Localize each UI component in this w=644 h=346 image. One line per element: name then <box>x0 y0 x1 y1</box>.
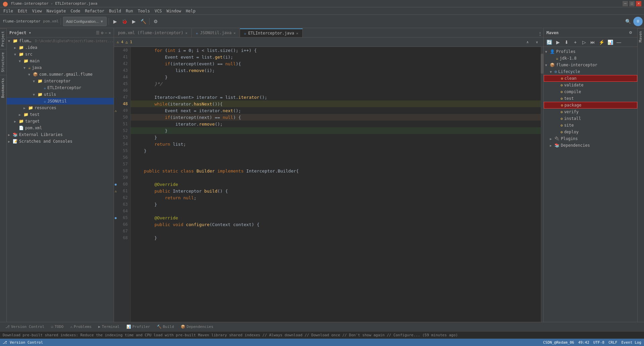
tree-item-java[interactable]: ▼ ☕ java <box>7 64 114 71</box>
maven-skip-button[interactable]: ⏭ <box>589 38 597 46</box>
maximize-button[interactable]: □ <box>629 1 635 6</box>
tree-item-test[interactable]: ▶ 📁 test <box>7 111 114 118</box>
tree-item-utils[interactable]: ▼ 📁 utils <box>7 91 114 98</box>
maven-download-button[interactable]: ⬇ <box>563 38 571 46</box>
bottom-tab-problems[interactable]: ⚠ Problems <box>67 324 94 330</box>
maven-site[interactable]: ⚙ site <box>544 122 637 129</box>
maven-package[interactable]: ⚙ package <box>544 102 637 109</box>
maven-execute-button[interactable]: ▷ <box>580 38 588 46</box>
bottom-tab-profiler[interactable]: 📊 Profiler <box>124 324 153 330</box>
bottom-tab-build[interactable]: 🔨 Build <box>154 324 177 330</box>
menu-view[interactable]: View <box>30 8 44 14</box>
settings-button[interactable]: ⚙ <box>152 17 160 25</box>
collapse-icon[interactable]: — <box>105 30 107 35</box>
tab-jsonutil-close[interactable]: ✕ <box>234 31 236 35</box>
menu-file[interactable]: File <box>1 8 15 14</box>
maven-reload-button[interactable]: 🔄 <box>545 38 553 46</box>
tab-pomxml-close[interactable]: ✕ <box>185 31 187 35</box>
tab-etlinterceptor-close[interactable]: ✕ <box>296 31 298 35</box>
scope-icon[interactable]: ☰ <box>96 30 100 35</box>
menu-window[interactable]: Window <box>165 8 183 14</box>
bottom-tab-terminal[interactable]: ▶ Terminal <box>96 324 122 330</box>
tab-jsonutil[interactable]: ☕ JSONUtil.java ✕ <box>192 28 240 37</box>
toolbar-sep-3 <box>149 18 150 25</box>
gear-icon[interactable]: ⚙ <box>101 30 103 35</box>
warnings-down-button[interactable]: ∨ <box>533 38 541 46</box>
menu-help[interactable]: Help <box>184 8 197 14</box>
sidebar-tab-project[interactable]: Project <box>0 28 6 49</box>
menu-code[interactable]: Code <box>69 8 82 14</box>
encoding[interactable]: UTF-8 <box>593 340 604 345</box>
bottom-tab-todo[interactable]: ☑ TODO <box>48 324 66 330</box>
maven-dependencies[interactable]: ▶ 📚 Dependencies <box>544 142 637 149</box>
menu-refactor[interactable]: Refactor <box>83 8 106 14</box>
bottom-tab-vcs[interactable]: ⎇ Version Control <box>3 324 47 330</box>
maven-collapse-button[interactable]: — <box>615 38 623 46</box>
build-button[interactable]: 🔨 <box>139 17 147 25</box>
tree-item-com[interactable]: ▼ 📦 com.summer.gmail.flume <box>7 71 114 78</box>
debug-button[interactable]: 🐞 <box>120 17 128 25</box>
tree-item-scratches[interactable]: ▶ 📝 Scratches and Consoles <box>7 138 114 145</box>
tree-item-resources[interactable]: ▶ 📁 resources <box>7 105 114 111</box>
maven-diagram-button[interactable]: 📊 <box>606 38 614 46</box>
warnings-up-button[interactable]: ∧ <box>523 38 531 46</box>
tree-item-idea[interactable]: ▶ 📁 .idea <box>7 44 114 51</box>
scrollbar-thumb[interactable] <box>541 54 543 74</box>
menu-edit[interactable]: Edit <box>16 8 30 14</box>
menu-run[interactable]: Run <box>124 8 135 14</box>
editor-settings-button[interactable]: ⋮ <box>537 30 543 37</box>
maven-profiles[interactable]: ▼ 👤 Profiles <box>544 48 637 55</box>
maven-generate-button[interactable]: ⚡ <box>597 38 605 46</box>
search-everywhere-button[interactable]: 🔍 <box>624 17 632 25</box>
maven-deploy[interactable]: ⚙ deploy <box>544 129 637 135</box>
tree-item-pomxml[interactable]: ▶ 📄 pom.xml <box>7 125 114 131</box>
bottom-tab-deps[interactable]: 📦 Dependencies <box>178 324 216 330</box>
add-configuration-button[interactable]: Add Configuration... ▼ <box>63 17 107 26</box>
event-log[interactable]: Event Log <box>621 340 641 345</box>
maven-compile[interactable]: ⚙ compile <box>544 88 637 95</box>
menu-tools[interactable]: Tools <box>136 8 152 14</box>
maven-add-button[interactable]: + <box>571 38 579 46</box>
maven-clean[interactable]: ⚙ clean <box>544 75 637 82</box>
maven-test[interactable]: ⚙ test <box>544 95 637 102</box>
user-avatar[interactable]: U <box>633 17 643 26</box>
code-content[interactable]: for ( int i = 0; i < list.size(); i++) {… <box>131 47 541 322</box>
tree-item-etlinterceptor[interactable]: ▶ ☕ ETLInterceptor <box>7 84 114 91</box>
maven-verify[interactable]: ⚙ verify <box>544 109 637 115</box>
maven-run-button[interactable]: ▶ <box>554 38 562 46</box>
maven-lifecycle[interactable]: ▼ ⚙ Lifecycle <box>544 68 637 75</box>
tab-etlinterceptor[interactable]: ☕ ETLInterceptor.java ✕ <box>240 28 303 37</box>
menu-navigate[interactable]: Navigate <box>45 8 68 14</box>
run-with-coverage-button[interactable]: ▶ <box>130 17 138 25</box>
sidebar-tab-bookmarks[interactable]: Bookmarks <box>0 75 6 101</box>
tree-item-main[interactable]: ▼ 📁 main <box>7 58 114 64</box>
tree-item-jsonutil[interactable]: ▶ ☕ JSONUtil <box>7 98 114 105</box>
maven-install[interactable]: ⚙ install <box>544 115 637 122</box>
build-icon: 🔨 <box>157 325 162 329</box>
menu-vcs[interactable]: VCS <box>153 8 164 14</box>
left-sidebar-tabs: Project Structure Bookmarks <box>0 28 7 322</box>
maven-jdk[interactable]: ☕ jdk-1.8 <box>544 55 637 62</box>
vertical-scrollbar[interactable] <box>541 47 543 322</box>
maven-settings-button[interactable]: ⚙ <box>627 29 635 37</box>
sidebar-tab-structure[interactable]: Structure <box>0 49 6 75</box>
maven-plugins[interactable]: ▶ 🔌 Plugins <box>544 135 637 142</box>
close-panel-icon[interactable]: ✕ <box>109 30 111 35</box>
minimize-button[interactable]: ─ <box>623 1 628 6</box>
right-tab-maven[interactable]: Maven <box>638 28 644 45</box>
maven-project[interactable]: ▼ 📦 flume-interceptor <box>544 62 637 68</box>
tree-item-flume-interceptor[interactable]: ▼ 📁 flume-interceptor D:\Acode\BigDataPr… <box>7 38 114 44</box>
tree-item-extlibs[interactable]: ▶ 📚 External Libraries <box>7 131 114 138</box>
menu-build[interactable]: Build <box>107 8 123 14</box>
tree-item-interceptor[interactable]: ▼ 📁 interceptor <box>7 78 114 84</box>
vcs-status[interactable]: Version Control <box>10 340 43 345</box>
tab-pomxml[interactable]: pom.xml (flume-interceptor) ✕ <box>114 28 192 37</box>
close-button[interactable]: ✕ <box>636 1 641 6</box>
pom-link[interactable]: pom.xml <box>43 19 59 23</box>
tree-item-src[interactable]: ▼ 📁 src <box>7 51 114 58</box>
run-button[interactable]: ▶ <box>111 17 119 25</box>
caret-position[interactable]: 49:42 <box>578 340 589 345</box>
line-ending[interactable]: CRLF <box>608 340 618 345</box>
maven-validate[interactable]: ⚙ validate <box>544 82 637 88</box>
tree-item-target[interactable]: ▶ 📁 target <box>7 118 114 125</box>
